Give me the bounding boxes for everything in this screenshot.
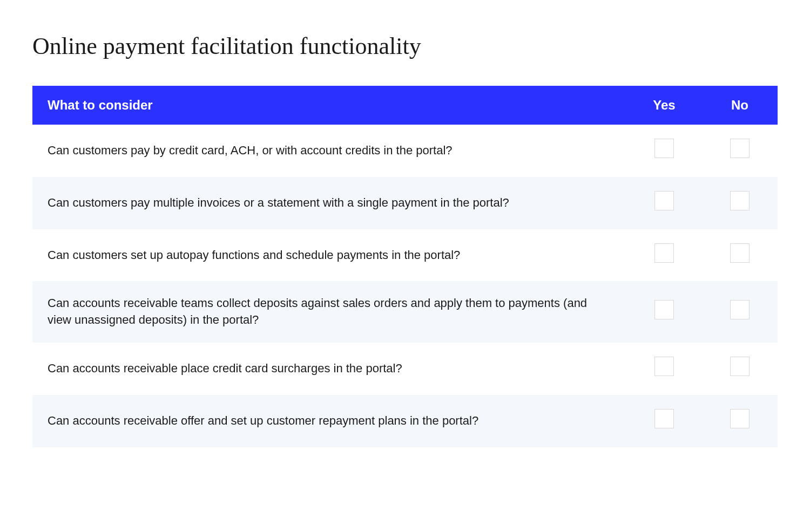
table-row: Can customers pay multiple invoices or a… <box>32 177 778 229</box>
question-text: Can customers pay multiple invoices or a… <box>32 177 626 229</box>
checkbox-yes[interactable] <box>654 409 674 428</box>
question-text: Can accounts receivable teams collect de… <box>32 281 626 343</box>
table-row: Can accounts receivable teams collect de… <box>32 281 778 343</box>
table-body: Can customers pay by credit card, ACH, o… <box>32 125 778 447</box>
header-consider: What to consider <box>32 86 626 125</box>
checkbox-no[interactable] <box>730 409 750 428</box>
table-row: Can customers set up autopay functions a… <box>32 229 778 282</box>
table-row: Can accounts receivable place credit car… <box>32 343 778 395</box>
table-header-row: What to consider Yes No <box>32 86 778 125</box>
checkbox-yes[interactable] <box>654 357 674 376</box>
header-yes: Yes <box>626 86 702 125</box>
checkbox-yes[interactable] <box>654 243 674 263</box>
checkbox-yes[interactable] <box>654 300 674 319</box>
checkbox-yes[interactable] <box>654 139 674 158</box>
checkbox-no[interactable] <box>730 357 750 376</box>
question-text: Can customers pay by credit card, ACH, o… <box>32 125 626 177</box>
question-text: Can accounts receivable place credit car… <box>32 343 626 395</box>
checklist-table: What to consider Yes No Can customers pa… <box>32 86 778 447</box>
checkbox-yes[interactable] <box>654 191 674 210</box>
header-no: No <box>702 86 778 125</box>
checkbox-no[interactable] <box>730 300 750 319</box>
page-title: Online payment facilitation functionalit… <box>32 32 778 60</box>
question-text: Can customers set up autopay functions a… <box>32 229 626 282</box>
checkbox-no[interactable] <box>730 139 750 158</box>
table-row: Can accounts receivable offer and set up… <box>32 395 778 447</box>
table-row: Can customers pay by credit card, ACH, o… <box>32 125 778 177</box>
checkbox-no[interactable] <box>730 243 750 263</box>
question-text: Can accounts receivable offer and set up… <box>32 395 626 447</box>
checkbox-no[interactable] <box>730 191 750 210</box>
